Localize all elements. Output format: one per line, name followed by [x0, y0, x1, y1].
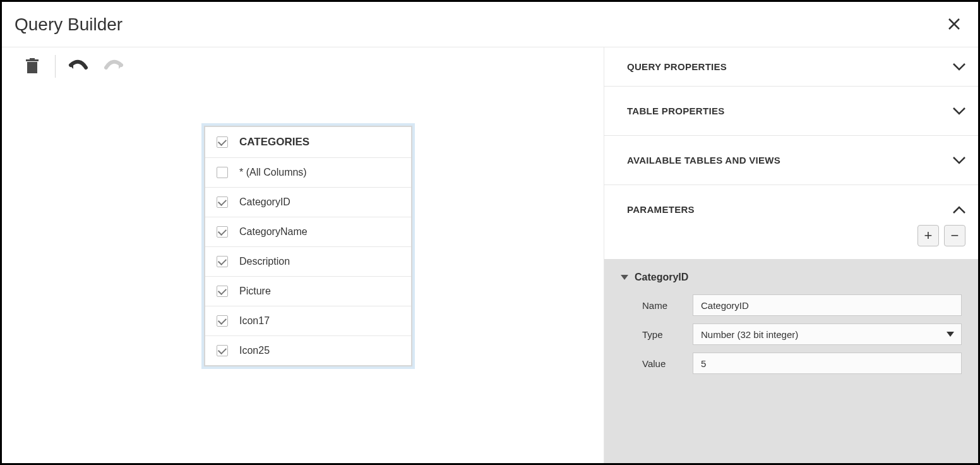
section-query-properties: QUERY PROPERTIES	[604, 47, 978, 87]
query-builder-window: Query Builder CATEGORI	[0, 0, 980, 465]
design-canvas[interactable]: CATEGORIES * (All Columns)CategoryIDCate…	[2, 47, 604, 463]
section-title: TABLE PROPERTIES	[627, 106, 725, 116]
param-type-row: Type	[621, 323, 962, 345]
param-value-label: Value	[642, 358, 693, 369]
delete-button[interactable]	[20, 54, 45, 79]
trash-icon	[25, 58, 40, 75]
column-row[interactable]: Description	[205, 247, 411, 277]
parameter-expand-row[interactable]: CategoryID	[621, 272, 962, 283]
column-row[interactable]: CategoryID	[205, 188, 411, 217]
svg-rect-1	[26, 59, 39, 61]
redo-button[interactable]	[101, 54, 126, 79]
table-header-row[interactable]: CATEGORIES	[205, 127, 411, 158]
svg-rect-0	[27, 62, 37, 73]
param-type-label: Type	[642, 329, 693, 340]
section-parameters-header[interactable]: PARAMETERS	[604, 185, 978, 225]
section-title: QUERY PROPERTIES	[627, 61, 727, 72]
column-checkbox[interactable]	[217, 345, 228, 356]
param-type-select-wrap	[693, 323, 962, 345]
remove-parameter-button[interactable]: −	[944, 225, 965, 246]
toolbar-separator	[55, 55, 56, 78]
column-checkbox[interactable]	[217, 315, 228, 327]
close-button[interactable]	[943, 12, 965, 37]
triangle-down-icon	[621, 275, 628, 280]
param-name-input[interactable]	[693, 294, 962, 316]
section-available-tables: AVAILABLE TABLES AND VIEWS	[604, 136, 978, 185]
section-query-properties-header[interactable]: QUERY PROPERTIES	[604, 47, 978, 86]
table-select-all-checkbox[interactable]	[217, 136, 228, 148]
redo-icon	[104, 59, 124, 74]
column-label: Picture	[239, 286, 271, 297]
window-title: Query Builder	[15, 15, 122, 35]
param-type-select[interactable]	[693, 323, 962, 345]
column-label: CategoryName	[239, 226, 308, 238]
column-label: * (All Columns)	[239, 167, 307, 178]
column-row[interactable]: Icon17	[205, 306, 411, 336]
param-value-input[interactable]	[693, 353, 962, 374]
body: CATEGORIES * (All Columns)CategoryIDCate…	[2, 47, 978, 463]
param-name-label: Name	[642, 300, 693, 311]
column-label: Icon25	[239, 345, 270, 356]
canvas-toolbar	[2, 47, 604, 85]
param-value-row: Value	[621, 353, 962, 374]
column-label: Description	[239, 256, 290, 267]
section-parameters: PARAMETERS + −	[604, 185, 978, 259]
add-parameter-button[interactable]: +	[917, 225, 939, 246]
column-checkbox[interactable]	[217, 226, 228, 238]
chevron-up-icon	[953, 206, 965, 214]
column-checkbox[interactable]	[217, 256, 228, 267]
column-label: Icon17	[239, 315, 270, 327]
svg-rect-2	[30, 58, 35, 59]
properties-panel: QUERY PROPERTIES TABLE PROPERTIES AVAILA…	[604, 47, 978, 463]
parameter-detail: CategoryID Name Type Value	[604, 259, 978, 463]
section-table-properties: TABLE PROPERTIES	[604, 87, 978, 136]
column-checkbox[interactable]	[217, 167, 228, 178]
close-icon	[948, 18, 960, 30]
column-checkbox[interactable]	[217, 196, 228, 208]
chevron-down-icon	[953, 107, 965, 115]
section-available-tables-header[interactable]: AVAILABLE TABLES AND VIEWS	[604, 136, 978, 184]
table-card-categories[interactable]: CATEGORIES * (All Columns)CategoryIDCate…	[204, 126, 412, 366]
table-name-label: CATEGORIES	[239, 136, 309, 148]
chevron-down-icon	[953, 157, 965, 164]
section-table-properties-header[interactable]: TABLE PROPERTIES	[604, 87, 978, 135]
parameter-actions: + −	[604, 225, 978, 259]
param-name-row: Name	[621, 294, 962, 316]
column-checkbox[interactable]	[217, 286, 228, 297]
column-row[interactable]: Picture	[205, 277, 411, 306]
section-title: AVAILABLE TABLES AND VIEWS	[627, 155, 780, 166]
titlebar: Query Builder	[2, 2, 978, 47]
chevron-down-icon	[953, 63, 965, 71]
column-row[interactable]: CategoryName	[205, 217, 411, 247]
undo-button[interactable]	[66, 54, 91, 79]
column-row[interactable]: * (All Columns)	[205, 158, 411, 188]
column-row[interactable]: Icon25	[205, 336, 411, 365]
undo-icon	[68, 59, 88, 74]
column-label: CategoryID	[239, 196, 290, 208]
section-title: PARAMETERS	[627, 204, 695, 215]
parameter-name-header: CategoryID	[635, 272, 688, 283]
